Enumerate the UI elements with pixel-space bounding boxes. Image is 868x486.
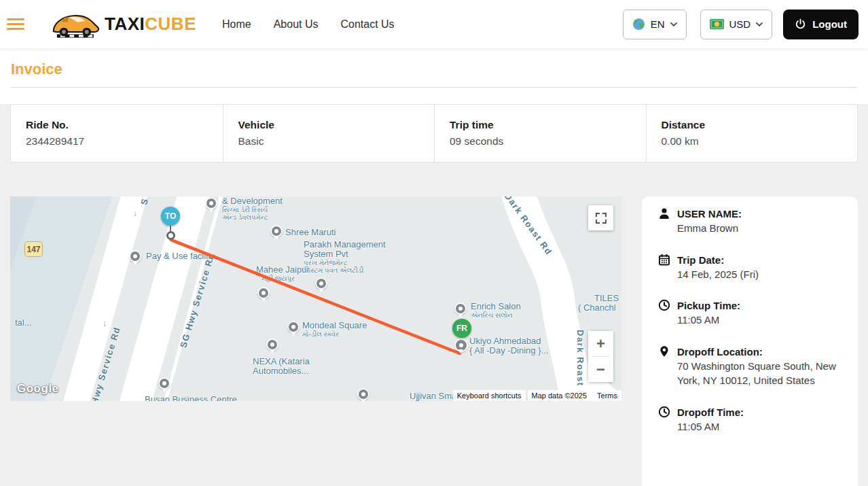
nav-link-home[interactable]: Home: [222, 18, 251, 31]
map-zoom-control: + −: [588, 331, 613, 382]
hamburger-menu-icon[interactable]: [7, 18, 24, 30]
detail-dropoff-time: Dropoff Time: 11:05 AM: [658, 405, 843, 434]
top-navigation-bar: TAXICUBE Home About Us Contact Us EN USD: [0, 0, 868, 48]
poi-marker-icon: [454, 302, 467, 315]
trip-details-card: USER NAME: Emma Brown Trip Date: 14 Feb,…: [642, 196, 858, 486]
terms-link[interactable]: Terms: [593, 390, 621, 401]
taxi-car-icon: [49, 10, 101, 39]
map-fullscreen-button[interactable]: [588, 205, 613, 230]
divider: [11, 87, 857, 88]
main-nav: Home About Us Contact Us: [222, 18, 395, 31]
detail-pickup-time: Pickup Time: 11:05 AM: [658, 298, 843, 328]
map-label: Mahee Jaipurમહી જયપુર: [256, 265, 310, 282]
map-label: ( Chanchl: [578, 303, 616, 313]
detail-user-name: USER NAME: Emma Brown: [658, 207, 843, 236]
fullscreen-icon: [596, 213, 607, 224]
summary-card-trip-time: Trip time 09 seconds: [434, 105, 646, 162]
nav-link-contact[interactable]: Contact Us: [340, 18, 394, 31]
poi-marker-icon: [287, 321, 300, 333]
map-label: Parakh ManagementSystem Pvtપરખ મેનેજમેન્…: [304, 240, 386, 274]
power-icon: [795, 18, 806, 30]
google-logo: Google: [17, 382, 59, 396]
invoice-title-section: Invoice: [0, 48, 868, 104]
map-label: TILES: [594, 294, 619, 303]
route-map[interactable]: & Developmentસિગ્મા ડેરી રિસર્ચએન્ડ ડેવલ…: [10, 196, 621, 401]
zoom-in-button[interactable]: +: [588, 331, 613, 356]
poi-marker-icon: [205, 197, 217, 209]
language-select[interactable]: EN: [623, 10, 687, 39]
currency-value: USD: [729, 18, 751, 30]
detail-trip-date: Trip Date: 14 Feb, 2025 (Fri): [658, 253, 843, 282]
summary-card-ride-no: Ride No. 2344289417: [11, 105, 223, 162]
poi-marker-icon: [266, 339, 278, 351]
logout-button[interactable]: Logout: [783, 10, 858, 39]
poi-marker-icon: [315, 277, 327, 290]
language-value: EN: [651, 18, 665, 30]
currency-select[interactable]: USD: [700, 10, 773, 39]
pickup-marker-dot-icon: [166, 231, 175, 240]
map-label: tal...: [15, 318, 32, 328]
map-label: Shree Maruti: [285, 228, 336, 237]
poi-marker-icon: [270, 225, 283, 237]
clock-icon: [658, 406, 670, 418]
summary-card-vehicle: Vehicle Basic: [223, 105, 435, 162]
dropoff-poi-marker-icon: [454, 339, 468, 352]
nav-link-about[interactable]: About Us: [274, 18, 319, 31]
banknote-icon: [710, 19, 724, 29]
keyboard-shortcuts-link[interactable]: Keyboard shortcuts: [453, 390, 526, 401]
globe-icon: [632, 18, 645, 31]
pickup-marker[interactable]: TO: [161, 207, 180, 226]
location-pin-icon: [658, 345, 670, 358]
ride-summary-cards: Ride No. 2344289417 Vehicle Basic Trip t…: [10, 104, 858, 162]
road-label: Hwy Service Rd: [89, 326, 122, 401]
road-label: SG Hwy Service Rd: [178, 251, 217, 349]
poi-marker-icon: [357, 388, 369, 400]
user-icon: [658, 207, 670, 220]
map-label: & Developmentસિગ્મા ડેરી રિસર્ચએન્ડ ડેવલ…: [222, 196, 283, 221]
page-title: Invoice: [11, 62, 857, 77]
map-label: NEXA (KatariaAutomobiles...: [253, 357, 310, 376]
map-attribution: Keyboard shortcuts Map data ©2025 Terms: [453, 390, 621, 401]
detail-dropoff-location: Dropoff Location: 70 Washington Square S…: [658, 345, 843, 388]
calendar-icon: [658, 254, 670, 266]
clock-icon: [658, 299, 670, 311]
brand-name: TAXICUBE: [105, 14, 196, 35]
map-label: Mondeal Squareમો-ડીલ સ્ક્વેર: [302, 321, 367, 338]
dropoff-marker[interactable]: FR: [452, 319, 471, 338]
poi-marker-icon: [257, 287, 270, 299]
road-direction-arrow-icon: ↓: [133, 209, 137, 218]
map-label: Busan Business Centre: [145, 395, 237, 401]
road-label: S: [139, 196, 150, 206]
zoom-out-button[interactable]: −: [588, 357, 613, 382]
map-data-copyright: Map data ©2025: [528, 390, 592, 401]
summary-card-distance: Distance 0.00 km: [646, 105, 858, 162]
chevron-down-icon: [670, 22, 677, 27]
map-label: Enrich Salonએનરિચ સલોન: [471, 302, 521, 319]
route-shield-147: 147: [24, 241, 43, 257]
map-label: Ukiyo Ahmedabad{ All -Day -Dining }...: [469, 336, 548, 355]
brand-logo[interactable]: TAXICUBE: [49, 10, 196, 39]
poi-marker-icon: [158, 377, 170, 389]
road-label: Dark Roast Rd: [503, 196, 554, 257]
road-direction-arrow-icon: ↓: [103, 319, 107, 328]
chevron-down-icon: [756, 22, 763, 27]
poi-marker-icon: [129, 250, 141, 262]
